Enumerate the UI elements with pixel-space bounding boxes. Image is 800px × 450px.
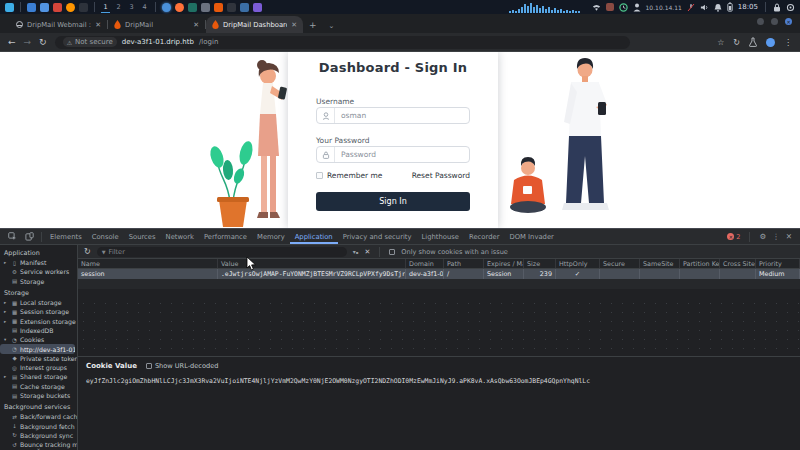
new-tab-button[interactable]: +	[309, 20, 317, 30]
devtools-tab-dom-invader[interactable]: DOM Invader	[504, 229, 558, 244]
devtools-tab-application[interactable]: Application	[290, 229, 338, 244]
password-field[interactable]: Password	[316, 146, 470, 163]
file-manager-icon[interactable]	[40, 3, 49, 12]
cookie-value-text[interactable]: eyJfZnJlc2giOmZhbHNlLCJjc3JmX3Rva2VuIjoi…	[86, 377, 792, 386]
devtools-tab-privacy[interactable]: Privacy and security	[338, 229, 417, 244]
workspace-1[interactable]: 1	[101, 1, 110, 13]
terminal2-icon[interactable]	[227, 3, 236, 12]
col-secure[interactable]: Secure	[600, 259, 640, 268]
devtools-tab-recorder[interactable]: Recorder	[464, 229, 504, 244]
tab-close-icon[interactable]: ✕	[193, 21, 199, 29]
expand-arrow-icon[interactable]: ▸	[4, 319, 9, 324]
col-domain[interactable]: Domain	[406, 259, 444, 268]
sidebar-item-cookies[interactable]: ▾ ◔ Cookies	[0, 335, 77, 344]
reload-button[interactable]: ↻	[39, 38, 47, 47]
sidebar-item-extension-storage[interactable]: ▸ ▦ Extension storage	[0, 316, 77, 325]
url-decoded-checkbox[interactable]	[146, 363, 152, 369]
clock[interactable]: 18:05	[738, 3, 758, 11]
terminal-icon[interactable]	[79, 3, 88, 12]
sidebar-item-storage-buckets[interactable]: ▤ Storage buckets	[0, 391, 77, 400]
inspect-element-icon[interactable]	[8, 232, 17, 241]
workspace-3[interactable]: 3	[127, 1, 136, 13]
sidebar-item-service-workers[interactable]: ⚙ Service workers	[0, 267, 77, 276]
firefox-icon[interactable]	[66, 3, 75, 12]
col-cross-site[interactable]: Cross Site	[720, 259, 756, 268]
profile-avatar[interactable]	[766, 38, 775, 47]
expand-arrow-icon[interactable]: ▸	[4, 309, 9, 314]
devtools-tab-lighthouse[interactable]: Lighthouse	[417, 229, 464, 244]
sidebar-item-indexeddb[interactable]: ▤ IndexedDB	[0, 326, 77, 335]
volume-icon[interactable]	[700, 3, 709, 12]
sidebar-item-shared-storage[interactable]: ▸ ▤ Shared storage	[0, 372, 77, 381]
workspace-4[interactable]: 4	[140, 1, 149, 13]
browser-menu-kebab-icon[interactable]: ⋮	[784, 38, 792, 47]
col-path[interactable]: Path	[444, 259, 484, 268]
sidebar-item-storage[interactable]: ▤ Storage	[0, 277, 77, 286]
battery-icon[interactable]	[727, 2, 733, 12]
sign-in-button[interactable]: Sign In	[316, 192, 470, 211]
delete-selected-cookie-icon[interactable]: ▾▪	[353, 248, 359, 255]
burp-icon[interactable]	[214, 3, 223, 12]
sidebar-item-private-state-tokens[interactable]: ◆ Private state tokens	[0, 354, 77, 363]
sidebar-item-local-storage[interactable]: ▸ ▦ Local storage	[0, 298, 77, 307]
clear-all-cookies-icon[interactable]: ✕	[364, 248, 370, 256]
flask-extension-icon[interactable]	[749, 37, 757, 47]
reset-password-link[interactable]: Reset Password	[412, 171, 470, 180]
settings-gear-icon[interactable]	[786, 3, 795, 12]
sidebar-scroll-indicator[interactable]: ⌄	[0, 444, 77, 450]
extension-sync-icon[interactable]: ↻	[733, 38, 740, 47]
expand-arrow-icon[interactable]: ▸	[4, 374, 9, 379]
cookie-filter-input[interactable]: ▼ Filter	[97, 247, 347, 257]
devtools-close-icon[interactable]: ✕	[786, 232, 792, 241]
col-partition-key[interactable]: Partition Key ...	[680, 259, 720, 268]
display-icon[interactable]	[27, 3, 36, 12]
devtools-tab-network[interactable]: Network	[161, 229, 199, 244]
cookie-row-session[interactable]: session .eJwtjrsOwjAMAP-FuYONMZjBTESMrVZ…	[78, 269, 800, 279]
app-icon-blue[interactable]	[240, 3, 249, 12]
sidebar-item-manifest[interactable]: ▸ ▯ Manifest	[0, 258, 77, 267]
console-error-badge[interactable]: ✕ 2	[727, 233, 740, 241]
expand-arrow-icon[interactable]: ▸	[4, 300, 9, 305]
maximize-button[interactable]	[771, 18, 778, 25]
sidebar-item-back-forward-cache[interactable]: ⇄ Back/forward cache	[0, 412, 77, 421]
wifi-icon[interactable]	[592, 3, 601, 12]
tab-search-chevron-icon[interactable]: ⌄	[329, 22, 335, 30]
chromium-icon[interactable]	[162, 3, 171, 12]
lock-icon[interactable]	[773, 3, 781, 12]
only-issue-checkbox[interactable]	[389, 249, 395, 255]
address-bar[interactable]: ⚠ Not secure dev-a3f1-01.drip.htb/login	[55, 36, 630, 49]
sidebar-item-background-fetch[interactable]: ↓ Background fetch	[0, 421, 77, 430]
clock-widget-icon[interactable]	[619, 3, 628, 12]
tab-dripmail[interactable]: DripMail ✕	[108, 16, 205, 33]
col-size[interactable]: Size	[524, 259, 556, 268]
sidebar-item-cookie-origin[interactable]: ◔ http://dev-a3f1-01...	[0, 344, 75, 353]
zap-app-icon[interactable]	[188, 3, 197, 12]
text-editor-icon[interactable]	[53, 3, 62, 12]
mail-app-icon[interactable]	[201, 3, 210, 12]
bookmark-star-icon[interactable]: ☆	[717, 38, 724, 47]
mic-muted-icon[interactable]	[687, 3, 695, 12]
collapse-arrow-icon[interactable]: ▾	[4, 337, 9, 342]
col-priority[interactable]: Priority	[756, 259, 800, 268]
username-field[interactable]: osman	[316, 107, 470, 124]
firefox-icon[interactable]	[175, 3, 184, 12]
remember-me-checkbox[interactable]	[316, 172, 323, 179]
sidebar-item-session-storage[interactable]: ▸ ▦ Session storage	[0, 307, 77, 316]
back-button[interactable]: ←	[8, 38, 16, 47]
devtools-menu-kebab-icon[interactable]: ⋮	[772, 232, 780, 241]
refresh-cookies-icon[interactable]: ↻	[84, 247, 91, 256]
devtools-tab-console[interactable]: Console	[87, 229, 124, 244]
col-samesite[interactable]: SameSite	[640, 259, 680, 268]
col-expires[interactable]: Expires / Max...	[484, 259, 524, 268]
security-chip[interactable]: ⚠ Not secure	[63, 37, 117, 47]
tab-close-icon[interactable]: ✕	[95, 21, 101, 29]
devtools-tab-memory[interactable]: Memory	[252, 229, 290, 244]
devtools-tab-performance[interactable]: Performance	[199, 229, 252, 244]
sidebar-item-interest-groups[interactable]: ◎ Interest groups	[0, 363, 77, 372]
col-httponly[interactable]: HttpOnly	[556, 259, 600, 268]
close-window-button[interactable]: ✕	[785, 18, 792, 25]
expand-arrow-icon[interactable]: ▸	[4, 260, 9, 265]
workspace-2[interactable]: 2	[114, 1, 123, 13]
sidebar-item-background-sync[interactable]: ↻ Background sync	[0, 431, 77, 440]
sidebar-item-cache-storage[interactable]: ▤ Cache storage	[0, 382, 77, 391]
